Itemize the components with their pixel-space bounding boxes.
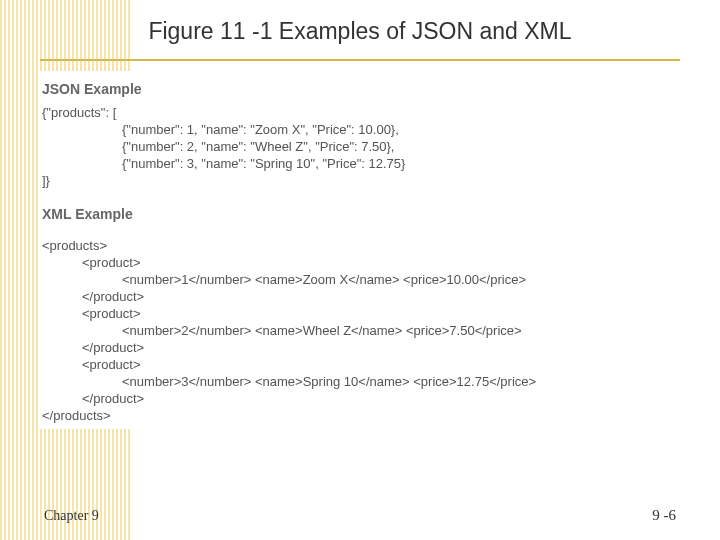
xml-line: <number>3</number> <name>Spring 10</name… bbox=[42, 374, 678, 389]
json-line: {"number": 2, "name": "Wheel Z", "Price"… bbox=[42, 139, 678, 154]
xml-line: <products> bbox=[42, 238, 678, 253]
xml-line: </product> bbox=[42, 340, 678, 355]
xml-line: <number>2</number> <name>Wheel Z</name> … bbox=[42, 323, 678, 338]
json-line: {"number": 1, "name": "Zoom X", "Price":… bbox=[42, 122, 678, 137]
json-line: {"products": [ bbox=[42, 105, 678, 120]
footer-chapter: Chapter 9 bbox=[44, 508, 99, 524]
xml-example-heading: XML Example bbox=[42, 206, 678, 222]
xml-line: <number>1</number> <name>Zoom X</name> <… bbox=[42, 272, 678, 287]
xml-line: <product> bbox=[42, 306, 678, 321]
json-line: {"number": 3, "name": "Spring 10", "Pric… bbox=[42, 156, 678, 171]
footer-page-number: 9 -6 bbox=[652, 507, 676, 524]
xml-line: <product> bbox=[42, 255, 678, 270]
xml-line: </product> bbox=[42, 289, 678, 304]
figure-title: Figure 11 -1 Examples of JSON and XML bbox=[40, 18, 680, 61]
xml-line: <product> bbox=[42, 357, 678, 372]
json-example-heading: JSON Example bbox=[42, 81, 678, 97]
slide-content: Figure 11 -1 Examples of JSON and XML JS… bbox=[0, 0, 720, 429]
xml-line: </products> bbox=[42, 408, 678, 423]
xml-line: </product> bbox=[42, 391, 678, 406]
examples-container: JSON Example {"products": [ {"number": 1… bbox=[40, 71, 680, 429]
json-line: ]} bbox=[42, 173, 678, 188]
